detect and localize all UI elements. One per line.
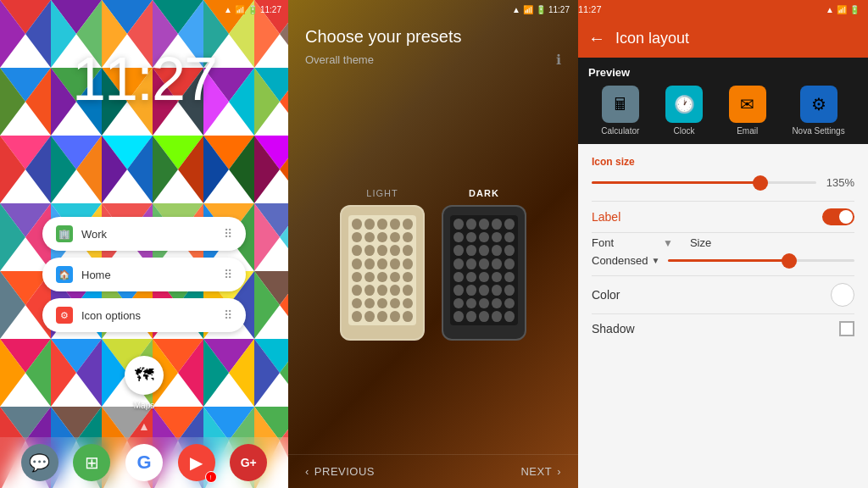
color-row: Color — [578, 276, 868, 313]
work-icon: 🏢 — [56, 225, 73, 242]
dark-label: DARK — [469, 188, 499, 198]
icon-size-track[interactable] — [592, 181, 816, 184]
menu-item-work[interactable]: 🏢 Work ⠿ — [42, 217, 246, 251]
dock-google[interactable]: G — [125, 444, 163, 481]
preview-email: ✉ Email — [729, 86, 766, 136]
font-label: Font — [592, 236, 659, 249]
shadow-row: Shadow — [578, 314, 868, 343]
maps-icon: 🗺 — [135, 364, 153, 386]
youtube-badge: ! — [205, 471, 217, 483]
font-caret-icon: ▼ — [663, 237, 673, 249]
shadow-checkbox[interactable] — [839, 321, 854, 336]
dock-gplus[interactable]: G+ — [230, 444, 267, 481]
status-bar-panel1: ▲📶🔋 11:27 — [0, 0, 288, 19]
email-label: Email — [737, 126, 758, 136]
preview-section: Preview 🖩 Calculator 🕐 Clock ✉ — [578, 58, 868, 144]
header-time: 11:27 — [578, 4, 602, 14]
prev-button[interactable]: ‹ PREVIOUS — [305, 465, 375, 478]
condensed-label: Condensed — [592, 254, 648, 267]
gplus-icon: G+ — [241, 456, 257, 469]
icon-options-label: Icon options — [81, 309, 215, 322]
clock-icon-box: 🕐 — [665, 86, 703, 123]
nova-settings-label: Nova Settings — [792, 126, 844, 136]
icon-size-value: 135% — [825, 176, 854, 189]
condensed-dropdown[interactable]: Condensed ▼ — [592, 254, 659, 267]
icon-options-handle: ⠿ — [224, 308, 232, 322]
prev-chevron: ‹ — [305, 465, 309, 478]
preset-subtitle: Overall theme ℹ — [305, 52, 561, 68]
status-icons-p2: ▲📶🔋 11:27 — [512, 5, 570, 14]
page-header: ← Icon layout — [578, 19, 868, 58]
back-button[interactable]: ← — [588, 29, 605, 48]
calculator-label: Calculator — [601, 126, 639, 136]
home-clock: 11:27 — [0, 19, 288, 114]
size-label: Size — [690, 236, 711, 249]
up-arrow: ▲ — [138, 419, 150, 433]
status-bar-panel2: ▲📶🔋 11:27 — [288, 0, 578, 19]
home-screen-panel: ▲📶🔋 11:27 11:27 🏢 Work ⠿ 🏠 Home ⠿ ⚙ Icon… — [0, 0, 288, 488]
presets-content: ▲📶🔋 11:27 Choose your presets Overall th… — [288, 0, 578, 488]
light-label: LIGHT — [366, 188, 398, 198]
messages-icon: 💬 — [29, 452, 50, 473]
shadow-label: Shadow — [592, 322, 635, 336]
icon-size-thumb[interactable] — [753, 175, 768, 191]
preview-clock: 🕐 Clock — [665, 86, 703, 136]
email-icon: ✉ — [740, 94, 754, 114]
icon-options-icon: ⚙ — [56, 307, 73, 324]
clock-label: Clock — [674, 126, 695, 136]
font-size-track[interactable] — [668, 259, 854, 262]
icon-layout-panel: 11:27 ▲ 📶 🔋 ← Icon layout Preview 🖩 Calc… — [578, 0, 868, 488]
font-size-fill — [668, 259, 789, 262]
next-chevron: › — [557, 465, 561, 478]
condensed-caret: ▼ — [652, 256, 660, 265]
home-icon: 🏠 — [56, 266, 73, 283]
email-icon-box: ✉ — [729, 86, 766, 123]
grid-icon: ⊞ — [85, 452, 99, 473]
icon-size-title: Icon size — [592, 156, 854, 168]
font-size-thumb[interactable] — [782, 253, 797, 269]
time-p2: 11:27 — [548, 5, 570, 14]
dock-youtube[interactable]: ▶ ! — [178, 444, 215, 481]
calculator-icon-box: 🖩 — [602, 86, 639, 123]
next-button[interactable]: NEXT › — [520, 465, 561, 478]
icon-size-fill — [592, 181, 760, 184]
preset-title: Choose your presets — [305, 27, 561, 47]
theme-options: LIGHT DARK — [288, 75, 578, 454]
header-status-bar: 11:27 ▲ 📶 🔋 — [578, 0, 868, 19]
label-section-title: Label — [592, 210, 620, 224]
preview-icons-row: 🖩 Calculator 🕐 Clock ✉ Email — [588, 86, 858, 136]
signal-icon: ▲ — [826, 5, 834, 14]
presets-panel: ▲📶🔋 11:27 Choose your presets Overall th… — [288, 0, 578, 488]
clock-icon: 🕐 — [674, 94, 695, 114]
menu-item-home[interactable]: 🏠 Home ⠿ — [42, 258, 246, 291]
font-dropdown[interactable]: Font ▼ — [592, 236, 673, 249]
icon-size-slider-container: 135% — [592, 173, 854, 201]
dock-grid[interactable]: ⊞ — [73, 444, 110, 481]
info-icon[interactable]: ℹ — [556, 52, 561, 68]
dock-messages[interactable]: 💬 — [21, 444, 58, 481]
time-p1: 11:27 — [260, 5, 281, 14]
menu-item-icon-options[interactable]: ⚙ Icon options ⠿ — [42, 298, 246, 332]
nova-settings-icon: ⚙ — [811, 94, 826, 114]
page-title: Icon layout — [615, 30, 689, 47]
app-dock: 💬 ⊞ G ▶ ! G+ — [0, 437, 288, 488]
maps-shortcut[interactable]: 🗺 Maps — [0, 356, 288, 419]
preview-calculator: 🖩 Calculator — [601, 86, 639, 136]
dark-screen — [450, 215, 518, 325]
nova-icon-box: ⚙ — [800, 86, 837, 123]
color-picker[interactable] — [831, 283, 854, 307]
preview-label: Preview — [588, 66, 858, 79]
preview-nova-settings: ⚙ Nova Settings — [792, 86, 844, 136]
preset-header: Choose your presets Overall theme ℹ — [288, 19, 578, 75]
youtube-icon: ▶ — [190, 452, 203, 473]
google-icon: G — [136, 452, 151, 474]
work-label: Work — [81, 228, 215, 241]
home-handle: ⠿ — [224, 268, 232, 281]
light-theme-option[interactable]: LIGHT — [340, 188, 425, 341]
label-toggle[interactable] — [822, 208, 854, 225]
light-screen — [348, 215, 416, 325]
color-label: Color — [592, 288, 620, 302]
settings-content: Icon size 135% Label Font ▼ Size — [578, 144, 868, 488]
dark-theme-option[interactable]: DARK — [442, 188, 526, 341]
home-label: Home — [81, 269, 215, 281]
